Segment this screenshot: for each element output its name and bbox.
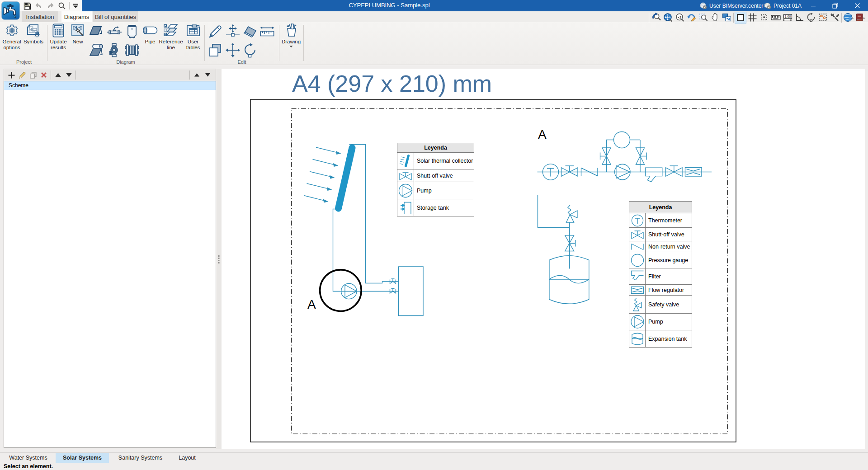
collapse-menu-button[interactable] <box>71 2 80 10</box>
rotate-button[interactable] <box>242 42 258 58</box>
move-up-icon[interactable] <box>52 70 63 80</box>
svg-text:×2: ×2 <box>677 15 682 19</box>
keyboard-icon[interactable] <box>770 12 782 24</box>
legend-row: Pump <box>629 314 692 330</box>
expansion-tank-icon <box>629 330 646 347</box>
bottom-tab-water-systems[interactable]: Water Systems <box>5 453 52 463</box>
zoom-extents-icon[interactable] <box>662 12 674 24</box>
manifold-button[interactable] <box>124 42 140 58</box>
schemes-panel: Scheme <box>4 69 216 449</box>
legend1-row-label: Solar thermal collector <box>414 153 474 169</box>
eraser-button[interactable] <box>242 24 258 40</box>
restore-button[interactable] <box>827 0 843 11</box>
toolbar-separator <box>733 13 734 23</box>
add-icon[interactable] <box>6 70 17 80</box>
toolbar-separator <box>69 2 70 9</box>
shutoff-valve-icon <box>397 169 414 182</box>
selection-options-icon[interactable] <box>817 12 829 24</box>
protractor-icon[interactable] <box>793 12 805 24</box>
tab-installation[interactable]: Installation <box>22 11 58 22</box>
minimize-button[interactable] <box>806 0 821 11</box>
water-heater-button[interactable] <box>124 24 140 40</box>
undo-button[interactable] <box>34 2 43 10</box>
solar-collector-button[interactable] <box>89 24 104 40</box>
panel-down-icon[interactable] <box>202 70 213 80</box>
zoom-window-icon[interactable] <box>697 12 709 24</box>
valve-fitting-button[interactable] <box>107 24 122 40</box>
zoom-2x-icon[interactable]: ×2 <box>674 12 685 24</box>
list-item-scheme[interactable]: Scheme <box>4 81 216 90</box>
general-options-button[interactable]: General options <box>2 23 22 51</box>
copy-button[interactable] <box>208 42 223 58</box>
snap-icon[interactable] <box>758 12 770 24</box>
update-results-button[interactable]: Update results <box>48 23 68 51</box>
measure-button[interactable] <box>259 24 275 40</box>
save-button[interactable] <box>23 2 32 10</box>
nonreturn-valve-icon <box>629 241 646 252</box>
bottom-tab-solar-systems[interactable]: Solar Systems <box>56 453 109 463</box>
legend-row: Thermometer <box>629 213 692 228</box>
drawing-icon <box>284 23 298 38</box>
ribbon-group-separator <box>47 25 47 61</box>
legend-row: Non-return valve <box>629 241 692 252</box>
legend2-row-label: Safety valve <box>646 296 692 313</box>
new-label: New <box>72 39 83 45</box>
tools-icon[interactable] <box>829 12 840 24</box>
circulator-pump-button[interactable] <box>107 42 122 58</box>
page-frame-icon[interactable] <box>735 12 746 24</box>
drawing-button[interactable]: Drawing <box>280 23 302 47</box>
pipe-button[interactable]: Pipe <box>142 23 159 45</box>
pump-icon <box>629 314 646 330</box>
new-diagram-icon <box>71 23 85 38</box>
pan-icon[interactable] <box>709 12 721 24</box>
tab-bill-of-quantities[interactable]: Bill of quantities <box>93 11 138 22</box>
legend2-row-label: Flow regulator <box>646 285 692 295</box>
ribbon-group-separator <box>279 25 279 61</box>
grid-icon[interactable] <box>746 12 758 24</box>
tab-diagrams[interactable]: Diagrams <box>61 11 92 22</box>
window-title: CYPEPLUMBING - Sample.spl <box>299 2 480 9</box>
search-button[interactable] <box>57 2 66 10</box>
project-button[interactable]: Project 01A <box>764 1 802 10</box>
reference-line-button[interactable]: Reference line <box>160 23 182 51</box>
bottom-tab-sanitary-systems[interactable]: Sanitary Systems <box>114 453 167 463</box>
view-toolbar: ×2 <box>648 11 866 24</box>
move-node-button[interactable] <box>225 24 241 40</box>
legend-row: Expansion tank <box>629 330 692 347</box>
drawing-canvas[interactable]: A4 (297 x 210) mm <box>222 69 865 449</box>
app-icon[interactable] <box>1 1 20 20</box>
pump-icon <box>397 182 414 199</box>
redo-button[interactable] <box>46 2 55 10</box>
detail-marker-left-text: A <box>307 297 316 311</box>
duplicate-icon[interactable] <box>28 70 38 80</box>
new-button[interactable]: New <box>69 23 86 45</box>
close-button[interactable] <box>849 0 865 11</box>
panel-splitter[interactable] <box>216 69 222 449</box>
thermosiphon-button[interactable] <box>89 42 104 58</box>
redraw-icon[interactable] <box>685 12 697 24</box>
bimserver-globe-icon[interactable] <box>843 12 854 24</box>
move-button[interactable] <box>225 42 241 58</box>
solar-thermal-collector-icon <box>397 153 414 169</box>
dimension-icon[interactable]: 1.00 <box>782 12 793 24</box>
user-tables-button[interactable]: User tables <box>183 23 203 51</box>
help-book-icon[interactable] <box>854 12 866 24</box>
edit-element-button[interactable] <box>208 24 223 40</box>
edit-icon[interactable] <box>17 70 28 80</box>
zoom-previous-icon[interactable] <box>650 12 662 24</box>
schemes-panel-toolbar <box>4 69 216 81</box>
symbols-icon <box>26 23 41 38</box>
dual-view-icon[interactable] <box>721 12 732 24</box>
update-results-icon <box>52 23 65 38</box>
bottom-tab-layout[interactable]: Layout <box>174 453 200 463</box>
symbols-button[interactable]: Symbols <box>23 23 44 45</box>
panel-up-icon[interactable] <box>191 70 202 80</box>
project-cube-icon <box>764 2 771 9</box>
user-tables-label: User tables <box>183 39 203 51</box>
move-down-icon[interactable] <box>63 70 74 80</box>
bimserver-user-icon <box>700 2 707 9</box>
delete-icon[interactable] <box>38 70 49 80</box>
legend1-title: Leyenda <box>397 143 474 153</box>
rotate-view-icon[interactable] <box>805 12 817 24</box>
user-account-button[interactable]: User BIMserver.center <box>700 1 763 10</box>
